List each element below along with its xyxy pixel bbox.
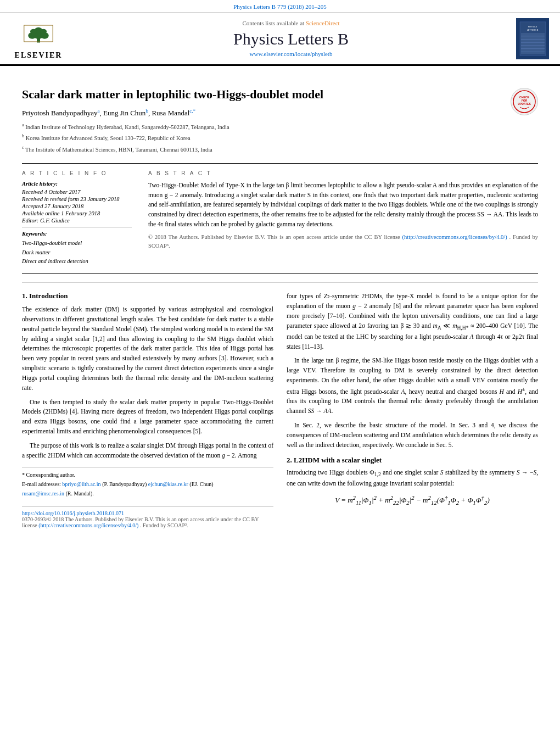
keyword-1: Two-Higgs-doublet model: [22, 239, 132, 248]
affil-3-sup: c: [22, 145, 24, 150]
body-text-col1: The existence of dark matter (DM) is sup…: [22, 305, 273, 460]
article-meta-section: A R T I C L E I N F O Article history: R…: [22, 163, 538, 274]
footnote-email3: rusam@imsc.res.in (R. Mandal).: [22, 489, 273, 498]
journal-cover-icon: PHYSICS LETTERS B: [518, 20, 548, 57]
body-p2: One is then tempted to study the scalar …: [22, 398, 273, 437]
article-info: A R T I C L E I N F O Article history: R…: [22, 170, 132, 266]
affiliations: a Indian Institute of Technology Hyderab…: [22, 122, 538, 154]
author-1-name: Priyotosh Bandyopadhyay: [22, 109, 98, 117]
doi-copyright-line: 0370-2693/© 2018 The Authors. Published …: [22, 516, 273, 528]
journal-ref-text: Physics Letters B 779 (2018) 201–205: [233, 3, 327, 10]
editor-name: Editor: G.F. Giudice: [22, 217, 132, 224]
affiliation-2: b Korea Institute for Advanced Study, Se…: [22, 133, 538, 143]
right-column: four types of Z₂-symmetric 2HDMs, the ty…: [287, 292, 538, 528]
body-text-col2: four types of Z₂-symmetric 2HDMs, the ty…: [287, 292, 538, 450]
affiliation-3: c The Institute of Mathematical Sciences…: [22, 144, 538, 154]
doi-link-line: https://doi.org/10.1016/j.physletb.2018.…: [22, 510, 273, 516]
journal-title-area: Contents lists available at ScienceDirec…: [77, 20, 505, 57]
section2-text: Introducing two Higgs doublets Φ1,2 and …: [287, 468, 538, 489]
cc-copyright: © 2018 The Authors. Published by Elsevie…: [148, 234, 400, 240]
available-date: Available online 1 February 2018: [22, 210, 132, 216]
affiliation-1: a Indian Institute of Technology Hyderab…: [22, 122, 538, 132]
author-2-name: , Eung Jin Chun: [100, 109, 146, 117]
two-column-body: 1. Introduction The existence of dark ma…: [22, 292, 538, 528]
equation-text: V = m211|Φ1|2 + m222|Φ2|2 − m212(Φ†1Φ2 +…: [335, 496, 490, 504]
doi-cc-link[interactable]: (http://creativecommons.org/licenses/by/…: [38, 522, 138, 528]
svg-point-5: [30, 29, 37, 34]
keyword-3: Direct and indirect detection: [22, 257, 132, 266]
section2-p1: Introducing two Higgs doublets Φ1,2 and …: [287, 468, 538, 489]
section2-title: 2. L2HDM with a scalar singlet: [287, 456, 538, 465]
article-history-label: Article history:: [22, 181, 132, 187]
and-text: and: [529, 388, 538, 395]
doi-bar: https://doi.org/10.1016/j.physletb.2018.…: [22, 506, 273, 528]
cc-license: © 2018 The Authors. Published by Elsevie…: [148, 233, 538, 251]
section1-title: 1. Introduction: [22, 292, 273, 300]
author-3-name: , Rusa Mandal: [148, 109, 189, 117]
footnote-corresponding: * Corresponding author.: [22, 471, 273, 479]
article-info-label: A R T I C L E I N F O: [22, 170, 132, 176]
affil-2-sup: b: [22, 133, 24, 138]
paper-title: Scalar dark matter in leptophilic two-Hi…: [22, 87, 538, 103]
authors-line: Priyotosh Bandyopadhyaya, Eung Jin Chunb…: [22, 108, 538, 118]
elsevier-tree-icon: [22, 23, 55, 44]
equation-block: V = m211|Φ1|2 + m222|Φ2|2 − m212(Φ†1Φ2 +…: [287, 494, 538, 506]
footnote-emails: E-mail addresses: bpriyo@iith.ac.in (P. …: [22, 480, 273, 488]
body-col2-p1: four types of Z₂-symmetric 2HDMs, the ty…: [287, 292, 538, 352]
body-p3: The purpose of this work is to realize a…: [22, 441, 273, 461]
body-divider: [22, 282, 538, 283]
main-content: CHECK FOR UPDATES Scalar dark matter in …: [0, 66, 560, 539]
journal-header: ELSEVIER Contents lists available at Sci…: [0, 13, 560, 66]
body-p1: The existence of dark matter (DM) is sup…: [22, 305, 273, 393]
left-column: 1. Introduction The existence of dark ma…: [22, 292, 273, 528]
keywords-label: Keywords:: [22, 231, 132, 237]
contents-available-text: Contents lists available at ScienceDirec…: [77, 20, 505, 26]
received-date: Received 4 October 2017: [22, 189, 132, 195]
body-col2-p3: In Sec. 2, we describe the basic structu…: [287, 421, 538, 450]
elsevier-wordmark: ELSEVIER: [15, 51, 63, 60]
keyword-2: Dark matter: [22, 248, 132, 258]
journal-title-main: Physics Letters B: [77, 30, 505, 48]
abstract-text: Two-Higgs-Doublet Model of Type-X in the…: [148, 181, 538, 251]
info-divider: [22, 227, 132, 227]
elsevier-logo: [11, 17, 66, 50]
email2-link[interactable]: ejchun@kias.re.kr: [148, 481, 188, 487]
received-revised-date: Received in revised form 23 January 2018: [22, 196, 132, 202]
doi-url[interactable]: https://doi.org/10.1016/j.physletb.2018.…: [22, 510, 124, 516]
body-col2-p2: In the large tan β regime, the SM-like H…: [287, 356, 538, 416]
abstract-paragraph: Two-Higgs-Doublet Model of Type-X in the…: [148, 181, 538, 230]
journal-reference-bar: Physics Letters B 779 (2018) 201–205: [0, 0, 560, 13]
email1-link[interactable]: bpriyo@iith.ac.in: [62, 481, 100, 487]
email3-link[interactable]: rusam@imsc.res.in: [22, 490, 64, 496]
affil-1-sup: a: [22, 122, 24, 127]
author-3-sup: c,*: [189, 108, 195, 114]
journal-badge-area: PHYSICS LETTERS B: [511, 18, 555, 59]
sciencedirect-link[interactable]: ScienceDirect: [306, 20, 340, 26]
svg-text:UPDATES: UPDATES: [518, 102, 531, 105]
affil-1-text: Indian Institute of Technology Hyderabad…: [25, 124, 229, 130]
accepted-date: Accepted 27 January 2018: [22, 203, 132, 209]
check-updates-badge: CHECK FOR UPDATES: [511, 88, 538, 115]
elsevier-logo-area: ELSEVIER: [5, 17, 71, 60]
keywords-list: Two-Higgs-doublet model Dark matter Dire…: [22, 239, 132, 266]
journal-badge: PHYSICS LETTERS B: [516, 18, 549, 59]
svg-point-6: [40, 29, 47, 34]
svg-text:LETTERS B: LETTERS B: [527, 29, 538, 31]
journal-url[interactable]: www.elsevier.com/locate/physletb: [77, 51, 505, 57]
article-abstract: A B S T R A C T Two-Higgs-Doublet Model …: [148, 170, 538, 266]
cc-url-link[interactable]: (http://creativecommons.org/licenses/by/…: [402, 234, 507, 240]
affil-2-text: Korea Institute for Advanced Study, Seou…: [26, 135, 191, 141]
check-updates-icon: CHECK FOR UPDATES: [512, 90, 536, 114]
affil-3-text: The Institute of Mathematical Sciences, …: [25, 146, 212, 152]
svg-text:PHYSICS: PHYSICS: [528, 26, 537, 28]
abstract-label: A B S T R A C T: [148, 170, 538, 176]
footnote-area: * Corresponding author. E-mail addresses…: [22, 467, 273, 498]
